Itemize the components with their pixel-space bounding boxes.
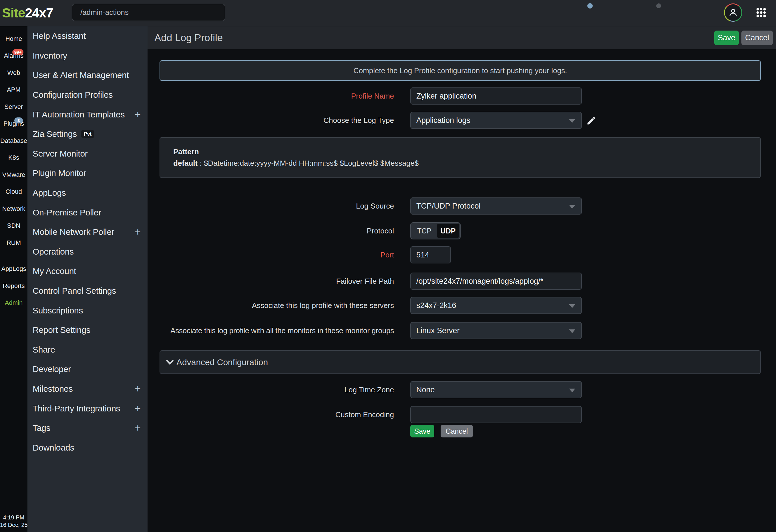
sidebar-item-alarms[interactable]: Alarms99+ [0, 47, 27, 64]
sidebar-item-admin[interactable]: Admin [0, 295, 27, 312]
protocol-row: Protocol TCP UDP [160, 222, 761, 239]
time-zone-row: Log Time Zone None [160, 381, 761, 398]
sidebar-item-applogs[interactable]: AppLogs [0, 261, 27, 278]
protocol-option-udp[interactable]: UDP [437, 224, 459, 238]
menu-item-label: User & Alert Management [33, 70, 129, 80]
encoding-row: Custom Encoding [160, 406, 761, 423]
menu-item-label: Inventory [33, 51, 67, 60]
global-search-input[interactable] [72, 4, 225, 21]
menu-item-milestones[interactable]: Milestones+ [27, 379, 148, 399]
chevron-down-icon [166, 358, 174, 366]
sidebar-item-rum[interactable]: RUM [0, 234, 27, 251]
menu-item-plugin-monitor[interactable]: Plugin Monitor [27, 164, 148, 183]
form-save-button[interactable]: Save [410, 425, 434, 438]
servers-select[interactable]: s24x7-2k16 [410, 297, 582, 314]
menu-item-third-party-integrations[interactable]: Third-Party Integrations+ [27, 398, 148, 418]
form-content: Complete the Log Profile configuration t… [148, 49, 776, 449]
sidebar-item-label: Reports [3, 282, 25, 290]
menu-item-inventory[interactable]: Inventory [27, 46, 148, 66]
sidebar-item-label: SDN [7, 222, 20, 229]
custom-encoding-input[interactable] [410, 406, 582, 423]
primary-sidebar: Home Alarms99+ Web APM Server Plugins3 D… [0, 26, 27, 532]
sidebar-item-label: Network [2, 205, 25, 213]
edit-pencil-icon[interactable] [586, 115, 596, 126]
menu-item-label: Subscriptions [33, 306, 83, 315]
plus-icon[interactable]: + [135, 109, 141, 120]
menu-item-help-assistant[interactable]: Help Assistant [27, 26, 148, 46]
menu-item-label: Plugin Monitor [33, 168, 86, 178]
port-label: Port [380, 251, 394, 259]
plus-icon[interactable]: + [135, 227, 141, 237]
monitor-groups-select[interactable]: Linux Server [410, 322, 582, 339]
apps-grid-icon[interactable] [756, 8, 766, 17]
menu-item-mobile-network-poller[interactable]: Mobile Network Poller+ [27, 222, 148, 242]
menu-item-label: Share [33, 345, 55, 354]
sidebar-item-vmware[interactable]: VMware [0, 166, 27, 184]
menu-item-developer[interactable]: Developer [27, 359, 148, 379]
sidebar-item-plugins[interactable]: Plugins3 [0, 115, 27, 132]
sidebar-item-home[interactable]: Home [0, 30, 27, 47]
menu-item-control-panel-settings[interactable]: Control Panel Settings [27, 281, 148, 301]
chevron-down-icon [569, 119, 575, 123]
profile-name-label: Profile Name [351, 92, 394, 100]
menu-item-on-premise-poller[interactable]: On-Premise Poller [27, 203, 148, 222]
menu-item-label: Mobile Network Poller [33, 227, 114, 237]
form-cancel-button[interactable]: Cancel [441, 425, 473, 438]
failover-path-input[interactable] [410, 273, 582, 290]
cancel-button[interactable]: Cancel [741, 31, 773, 45]
profile-name-input[interactable] [410, 87, 582, 104]
sidebar-item-label: Home [5, 35, 22, 43]
sidebar-item-server[interactable]: Server [0, 98, 27, 115]
menu-item-label: Developer [33, 364, 71, 374]
sidebar-item-web[interactable]: Web [0, 64, 27, 81]
advanced-configuration-toggle[interactable]: Advanced Configuration [160, 350, 761, 374]
menu-item-it-automation-templates[interactable]: IT Automation Templates+ [27, 104, 148, 124]
log-type-label: Choose the Log Type [323, 116, 394, 125]
plus-icon[interactable]: + [135, 404, 141, 414]
alarms-count-badge: 99+ [12, 49, 23, 55]
sidebar-clock: 4:19 PM 16 Dec, 25 [0, 514, 27, 532]
menu-item-subscriptions[interactable]: Subscriptions [27, 301, 148, 320]
menu-item-server-monitor[interactable]: Server Monitor [27, 144, 148, 164]
menu-item-zia-settings[interactable]: Zia SettingsPvt [27, 124, 148, 144]
failover-label: Failover File Path [336, 277, 394, 286]
menu-item-user-alert-management[interactable]: User & Alert Management [27, 65, 148, 85]
sidebar-item-k8s[interactable]: K8s [0, 150, 27, 167]
header-actions: Save Cancel [714, 31, 776, 45]
user-avatar[interactable] [724, 3, 742, 22]
chevron-down-icon [569, 329, 575, 333]
menu-item-downloads[interactable]: Downloads [27, 438, 148, 458]
menu-item-operations[interactable]: Operations [27, 242, 148, 262]
log-source-row: Log Source TCP/UDP Protocol [160, 198, 761, 215]
admin-menu: Help Assistant Inventory User & Alert Ma… [27, 26, 148, 532]
menu-item-my-account[interactable]: My Account [27, 261, 148, 281]
port-input[interactable] [410, 246, 451, 263]
pattern-box: Pattern default : $Datetime:date:yyyy-MM… [160, 137, 761, 178]
pattern-title: Pattern [173, 148, 747, 156]
page-title: Add Log Profile [148, 32, 223, 43]
avatar-ring-inner [725, 4, 741, 21]
save-button[interactable]: Save [714, 31, 739, 45]
log-type-value: Application logs [416, 116, 470, 125]
log-type-select[interactable]: Application logs [410, 112, 582, 129]
plus-icon[interactable]: + [135, 384, 141, 394]
sidebar-item-reports[interactable]: Reports [0, 277, 27, 295]
sidebar-item-network[interactable]: Network [0, 200, 27, 217]
menu-item-label: Zia Settings [33, 129, 77, 139]
menu-item-report-settings[interactable]: Report Settings [27, 320, 148, 340]
sidebar-item-apm[interactable]: APM [0, 81, 27, 98]
plus-icon[interactable]: + [135, 423, 141, 433]
menu-item-applogs[interactable]: AppLogs [27, 183, 148, 203]
menu-item-configuration-profiles[interactable]: Configuration Profiles [27, 85, 148, 105]
sidebar-item-database[interactable]: Database [0, 132, 27, 150]
protocol-label: Protocol [367, 227, 394, 235]
sidebar-item-sdn[interactable]: SDN [0, 217, 27, 235]
protocol-option-tcp[interactable]: TCP [412, 227, 437, 235]
menu-item-tags[interactable]: Tags+ [27, 418, 148, 438]
time-zone-select[interactable]: None [410, 381, 582, 398]
main-panel: Add Log Profile Save Cancel Complete the… [148, 26, 776, 532]
pattern-separator: : [198, 159, 204, 168]
sidebar-item-cloud[interactable]: Cloud [0, 184, 27, 201]
menu-item-share[interactable]: Share [27, 340, 148, 360]
log-source-select[interactable]: TCP/UDP Protocol [410, 198, 582, 215]
